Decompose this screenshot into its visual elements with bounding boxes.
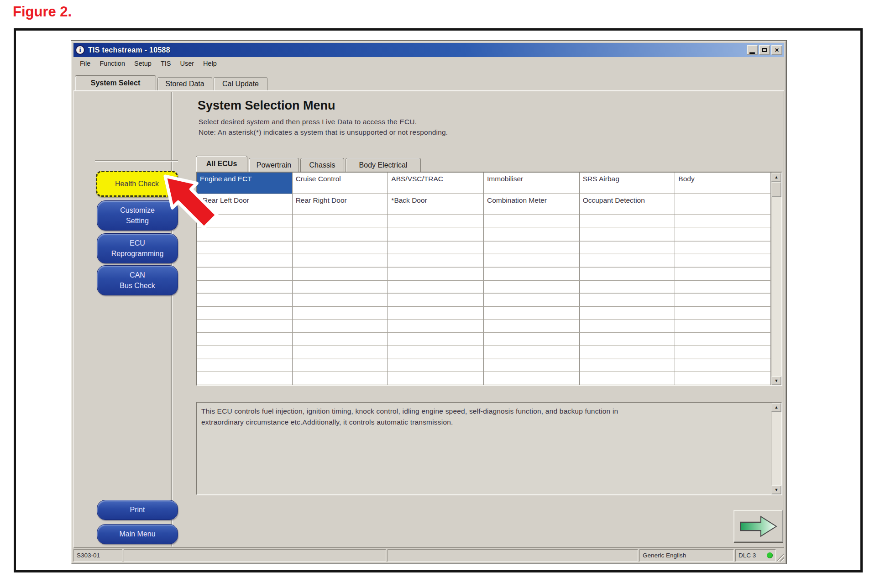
ecu-cell-empty[interactable]	[197, 372, 293, 385]
ecu-cell-empty[interactable]	[675, 359, 771, 372]
ecu-cell-empty[interactable]	[675, 228, 771, 241]
ecu-cell[interactable]: Occupant Detection	[580, 194, 676, 215]
ecu-cell[interactable]: Immobiliser	[484, 173, 580, 194]
ecu-cell-empty[interactable]	[388, 307, 484, 320]
ecu-cell-empty[interactable]	[580, 281, 676, 294]
ecu-cell-empty[interactable]	[675, 215, 771, 228]
ecu-cell-empty[interactable]	[197, 294, 293, 306]
ecu-cell-empty[interactable]	[197, 333, 293, 346]
ecu-cell-empty[interactable]	[580, 359, 676, 372]
ecu-cell-empty[interactable]	[388, 242, 484, 254]
ecu-cell-empty[interactable]	[675, 281, 771, 294]
ecu-cell-empty[interactable]	[388, 294, 484, 306]
ecu-cell-empty[interactable]	[580, 215, 676, 228]
ecu-cell-empty[interactable]	[484, 294, 580, 306]
ecu-cell-empty[interactable]	[388, 333, 484, 346]
ecu-cell-empty[interactable]	[675, 294, 771, 306]
ecu-cell-empty[interactable]	[388, 228, 484, 241]
ecu-cell-empty[interactable]	[388, 215, 484, 228]
ecu-cell-empty[interactable]	[293, 242, 388, 254]
ecu-cell-empty[interactable]	[675, 333, 771, 346]
close-button[interactable]: ✕	[771, 45, 782, 55]
menu-function[interactable]: Function	[95, 58, 130, 68]
ecu-cell-empty[interactable]	[675, 194, 771, 215]
ecu-cell-empty[interactable]	[675, 307, 771, 320]
ecu-cell-empty[interactable]	[388, 320, 484, 333]
ecu-cell-empty[interactable]	[197, 320, 293, 333]
ecu-cell-empty[interactable]	[484, 320, 580, 333]
ecu-cell-empty[interactable]	[197, 268, 293, 280]
ecu-cell-empty[interactable]	[580, 254, 676, 267]
ecu-cell-empty[interactable]	[293, 320, 388, 333]
ecu-cell[interactable]: SRS Airbag	[580, 173, 676, 194]
tab-chassis[interactable]: Chassis	[300, 158, 344, 172]
ecu-cell-empty[interactable]	[580, 268, 676, 280]
ecu-cell-empty[interactable]	[675, 242, 771, 254]
resize-grip-icon[interactable]	[777, 549, 784, 562]
ecu-cell-empty[interactable]	[388, 268, 484, 280]
ecu-cell-empty[interactable]	[675, 254, 771, 267]
ecu-reprogramming-button[interactable]: ECU Reprogramming	[97, 233, 178, 263]
ecu-cell-empty[interactable]	[388, 346, 484, 359]
ecu-cell[interactable]: Rear Right Door	[293, 194, 388, 215]
ecu-cell-empty[interactable]	[197, 242, 293, 254]
ecu-cell-empty[interactable]	[580, 333, 676, 346]
ecu-cell-empty[interactable]	[293, 254, 388, 267]
ecu-cell-empty[interactable]	[197, 254, 293, 267]
ecu-cell-empty[interactable]	[484, 359, 580, 372]
ecu-cell-empty[interactable]	[580, 346, 676, 359]
ecu-cell-empty[interactable]	[484, 242, 580, 254]
maximize-button[interactable]	[759, 45, 770, 55]
ecu-cell-empty[interactable]	[484, 228, 580, 241]
scroll-up-icon[interactable]: ▲	[771, 403, 781, 412]
scroll-track[interactable]	[771, 412, 781, 485]
tab-cal-update[interactable]: Cal Update	[214, 77, 267, 90]
ecu-cell-empty[interactable]	[484, 333, 580, 346]
scroll-down-icon[interactable]: ▼	[771, 485, 781, 494]
tab-stored-data[interactable]: Stored Data	[157, 77, 212, 90]
ecu-cell-empty[interactable]	[388, 281, 484, 294]
ecu-cell-empty[interactable]	[484, 215, 580, 228]
scroll-track[interactable]	[771, 197, 781, 376]
menu-file[interactable]: File	[75, 58, 95, 68]
ecu-cell-empty[interactable]	[675, 372, 771, 385]
scroll-up-icon[interactable]: ▲	[771, 173, 781, 182]
ecu-cell-empty[interactable]	[484, 254, 580, 267]
main-menu-button[interactable]: Main Menu	[97, 524, 178, 544]
ecu-cell-empty[interactable]	[293, 372, 388, 385]
ecu-cell-empty[interactable]	[580, 228, 676, 241]
ecu-cell-empty[interactable]	[293, 268, 388, 280]
ecu-cell[interactable]: ABS/VSC/TRAC	[388, 173, 484, 194]
ecu-cell[interactable]: *Back Door	[388, 194, 484, 215]
ecu-cell-empty[interactable]	[197, 346, 293, 359]
description-scrollbar[interactable]: ▲ ▼	[771, 403, 781, 494]
print-button[interactable]: Print	[97, 500, 178, 520]
ecu-cell-empty[interactable]	[293, 215, 388, 228]
ecu-cell-empty[interactable]	[388, 359, 484, 372]
ecu-cell[interactable]: Cruise Control	[293, 173, 388, 194]
menu-user[interactable]: User	[175, 58, 199, 68]
ecu-cell-empty[interactable]	[388, 372, 484, 385]
minimize-button[interactable]: ▬	[747, 45, 758, 55]
table-scrollbar[interactable]: ▲ ▼	[771, 173, 781, 385]
ecu-cell-empty[interactable]	[580, 294, 676, 306]
ecu-cell-empty[interactable]	[293, 281, 388, 294]
ecu-cell-empty[interactable]	[484, 307, 580, 320]
ecu-cell-empty[interactable]	[484, 346, 580, 359]
ecu-cell-empty[interactable]	[197, 281, 293, 294]
tab-body-electrical[interactable]: Body Electrical	[346, 158, 421, 172]
ecu-cell-empty[interactable]	[580, 320, 676, 333]
ecu-cell-empty[interactable]	[580, 307, 676, 320]
ecu-cell[interactable]: Combination Meter	[484, 194, 580, 215]
ecu-cell-empty[interactable]	[675, 268, 771, 280]
ecu-cell-empty[interactable]	[388, 254, 484, 267]
ecu-cell[interactable]: Body	[675, 173, 771, 194]
ecu-cell-empty[interactable]	[484, 281, 580, 294]
tab-all-ecus[interactable]: All ECUs	[196, 156, 247, 172]
scroll-down-icon[interactable]: ▼	[771, 376, 781, 385]
ecu-cell-empty[interactable]	[293, 359, 388, 372]
ecu-cell-empty[interactable]	[580, 372, 676, 385]
menu-help[interactable]: Help	[199, 58, 221, 68]
ecu-cell-empty[interactable]	[293, 307, 388, 320]
ecu-cell-empty[interactable]	[293, 333, 388, 346]
